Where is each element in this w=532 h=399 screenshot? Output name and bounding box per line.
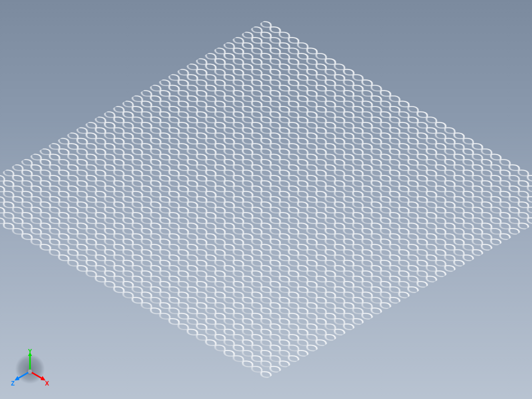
model-display-area[interactable] xyxy=(0,0,532,399)
x-axis-label: X xyxy=(45,380,49,387)
cad-viewport[interactable]: Y X Z xyxy=(0,0,532,399)
svg-line-5 xyxy=(30,372,43,379)
svg-line-7 xyxy=(17,372,30,379)
chain-link-mesh-model xyxy=(0,0,532,399)
z-axis-label: Z xyxy=(11,380,14,387)
y-axis-label: Y xyxy=(28,348,32,355)
svg-point-9 xyxy=(28,370,32,374)
orientation-triad[interactable]: Y X Z xyxy=(10,349,50,389)
svg-rect-0 xyxy=(0,20,532,379)
triad-axes xyxy=(10,349,50,389)
